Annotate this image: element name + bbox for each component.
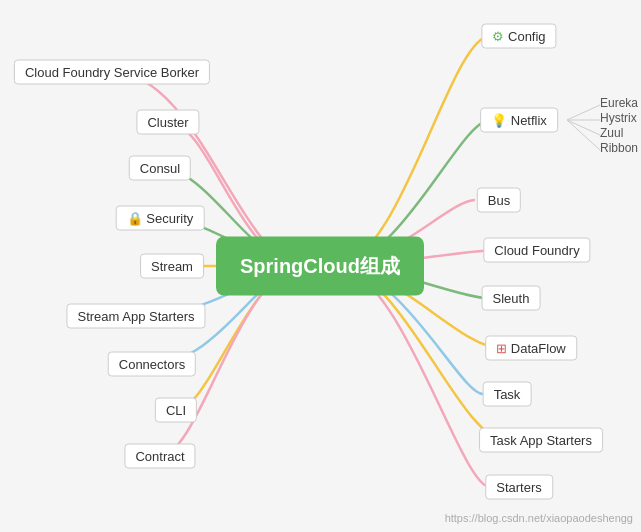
node-label: Starters bbox=[496, 480, 542, 495]
node-label: Stream App Starters bbox=[77, 309, 194, 324]
task-node: Task bbox=[483, 382, 532, 407]
stream-node: Stream bbox=[140, 254, 204, 279]
node-label: Cloud Foundry Service Borker bbox=[25, 65, 199, 80]
ribbon-label: Ribbon bbox=[600, 141, 638, 155]
center-label: SpringCloud组成 bbox=[240, 255, 400, 277]
svg-line-2 bbox=[567, 120, 600, 135]
watermark: https://blog.csdn.net/xiaopaodeshengg bbox=[445, 512, 633, 524]
sleuth-node: Sleuth bbox=[482, 286, 541, 311]
center-node: SpringCloud组成 bbox=[216, 237, 424, 296]
svg-line-3 bbox=[567, 120, 600, 150]
task-app-starters-node: Task App Starters bbox=[479, 428, 603, 453]
node-label: CLI bbox=[166, 403, 186, 418]
node-label: Task App Starters bbox=[490, 433, 592, 448]
node-label: Netflix bbox=[511, 113, 547, 128]
bus-node: Bus bbox=[477, 188, 521, 213]
node-label: Bus bbox=[488, 193, 510, 208]
cloud-foundry-service-borker: Cloud Foundry Service Borker bbox=[14, 60, 210, 85]
cluster-node: Cluster bbox=[136, 110, 199, 135]
node-label: Sleuth bbox=[493, 291, 530, 306]
config-node: ⚙ Config bbox=[481, 24, 556, 49]
cloud-foundry-node: Cloud Foundry bbox=[483, 238, 590, 263]
node-label: Cluster bbox=[147, 115, 188, 130]
node-label: Config bbox=[508, 29, 546, 44]
node-label: Security bbox=[146, 211, 193, 226]
contract-node: Contract bbox=[124, 444, 195, 469]
node-label: Connectors bbox=[119, 357, 185, 372]
bulb-icon: 💡 bbox=[491, 113, 511, 128]
node-label: Contract bbox=[135, 449, 184, 464]
netflix-node: 💡 Netflix bbox=[480, 108, 558, 133]
gear-icon: ⚙ bbox=[492, 29, 508, 44]
consul-node: Consul bbox=[129, 156, 191, 181]
connectors-node: Connectors bbox=[108, 352, 196, 377]
cli-node: CLI bbox=[155, 398, 197, 423]
svg-line-0 bbox=[567, 105, 600, 120]
node-label: Stream bbox=[151, 259, 193, 274]
zuul-label: Zuul bbox=[600, 126, 623, 140]
grid-icon: ⊞ bbox=[496, 341, 511, 356]
eureka-label: Eureka bbox=[600, 96, 638, 110]
node-label: Task bbox=[494, 387, 521, 402]
node-label: Cloud Foundry bbox=[494, 243, 579, 258]
node-label: Consul bbox=[140, 161, 180, 176]
security-node: 🔒 Security bbox=[116, 206, 205, 231]
dataflow-node: ⊞ DataFlow bbox=[485, 336, 577, 361]
stream-app-starters-node: Stream App Starters bbox=[66, 304, 205, 329]
node-label: DataFlow bbox=[511, 341, 566, 356]
hystrix-label: Hystrix bbox=[600, 111, 637, 125]
lock-icon: 🔒 bbox=[127, 211, 147, 226]
starters-node: Starters bbox=[485, 475, 553, 500]
